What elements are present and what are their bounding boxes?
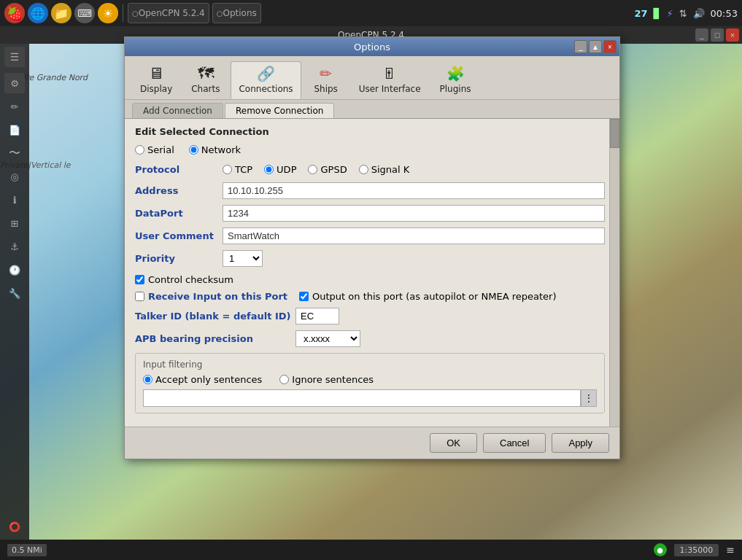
gpsd-radio-input[interactable] bbox=[308, 165, 317, 174]
receive-input-checkbox[interactable] bbox=[135, 292, 144, 301]
dialog-restore-button[interactable]: ▲ bbox=[589, 40, 602, 53]
wifi-strength: 27 bbox=[634, 8, 647, 19]
signalk-label: Signal K bbox=[371, 164, 410, 175]
filter-ignore[interactable]: Ignore sentences bbox=[279, 374, 374, 385]
network-radio-input[interactable] bbox=[189, 145, 198, 155]
protocol-row: Protocol TCP UDP GPSD bbox=[135, 164, 605, 175]
ships-icon: ✏ bbox=[320, 65, 332, 82]
cancel-button[interactable]: Cancel bbox=[483, 433, 546, 453]
opencpn-taskbar-icon[interactable]: ○ OpenCPN 5.2.4 bbox=[128, 3, 209, 23]
volume-icon: 🔊 bbox=[693, 8, 705, 19]
subtab-add-label: Add Connection bbox=[143, 106, 212, 116]
subtab-remove-connection[interactable]: Remove Connection bbox=[225, 103, 334, 118]
dialog-close-button[interactable]: × bbox=[603, 40, 617, 53]
proto-udp[interactable]: UDP bbox=[264, 164, 296, 175]
receive-input-item[interactable]: Receive Input on this Port bbox=[135, 291, 287, 302]
scrollbar-thumb[interactable] bbox=[610, 119, 619, 148]
raspberry-icon[interactable]: 🍓 bbox=[4, 3, 25, 23]
close-button[interactable]: × bbox=[726, 28, 739, 42]
signalk-radio-input[interactable] bbox=[359, 165, 368, 174]
sidebar-pencil-icon[interactable]: ✏ bbox=[4, 96, 25, 117]
sidebar-layers-icon[interactable]: ⊞ bbox=[4, 213, 25, 233]
apply-button[interactable]: Apply bbox=[552, 433, 609, 453]
subtabs-bar: Add Connection Remove Connection bbox=[125, 100, 619, 119]
dialog-title-controls: _ ▲ × bbox=[574, 40, 617, 53]
gpsd-label: GPSD bbox=[320, 164, 347, 175]
user-comment-input[interactable] bbox=[223, 228, 605, 244]
menu-icon[interactable]: ≡ bbox=[726, 544, 735, 556]
tab-connections[interactable]: 🔗 Connections bbox=[231, 61, 301, 99]
proto-gpsd[interactable]: GPSD bbox=[308, 164, 347, 175]
dataport-row: DataPort bbox=[135, 205, 605, 222]
dialog-footer: OK Cancel Apply bbox=[125, 427, 619, 459]
output-port-item[interactable]: Output on this port (as autopilot or NME… bbox=[299, 291, 557, 302]
maximize-button[interactable]: □ bbox=[711, 28, 724, 42]
dataport-input[interactable] bbox=[223, 205, 605, 222]
apb-label: APB bearing precision bbox=[135, 333, 295, 344]
zoom-level: 0.5 NMi bbox=[7, 544, 47, 556]
ok-button[interactable]: OK bbox=[430, 433, 477, 453]
sidebar-anchor-icon[interactable]: ⚓ bbox=[4, 236, 25, 257]
bluetooth-icon: ⚡ bbox=[666, 8, 673, 19]
scale-display: 1:35000 bbox=[674, 544, 719, 556]
taskbar: 🍓 🌐 📁 ⌨ ☀ ○ OpenCPN 5.2.4 ○ Options 27 ▊… bbox=[0, 0, 742, 26]
globe-icon[interactable]: 🌐 bbox=[28, 3, 48, 23]
dialog-minimize-button[interactable]: _ bbox=[574, 40, 587, 53]
radio-network[interactable]: Network bbox=[189, 144, 241, 155]
tab-connections-label: Connections bbox=[239, 84, 293, 94]
protocol-label: Protocol bbox=[135, 164, 223, 175]
sidebar-settings-icon[interactable]: ⚙ bbox=[4, 73, 25, 93]
tab-user-interface[interactable]: 🎚 User Interface bbox=[351, 61, 429, 99]
talker-input[interactable] bbox=[295, 308, 339, 324]
accept-radio-input[interactable] bbox=[143, 375, 152, 384]
tab-charts-label: Charts bbox=[191, 84, 220, 94]
sidebar-info-icon[interactable]: ℹ bbox=[4, 190, 25, 210]
control-checksum-item[interactable]: Control checksum bbox=[135, 274, 233, 285]
clock: 00:53 bbox=[711, 8, 738, 19]
sidebar-squiggle-icon[interactable]: 〜 bbox=[4, 143, 25, 163]
tab-display[interactable]: 🖥 Display bbox=[132, 61, 180, 99]
output-port-label: Output on this port (as autopilot or NME… bbox=[312, 291, 557, 302]
folder-icon[interactable]: 📁 bbox=[51, 3, 72, 23]
ignore-radio-input[interactable] bbox=[279, 375, 289, 384]
connection-type-group: Serial Network bbox=[135, 144, 605, 155]
keyboard-icon[interactable]: ⌨ bbox=[74, 3, 95, 23]
tcp-radio-input[interactable] bbox=[223, 165, 232, 174]
sidebar: ☰ ⚙ ✏ 📄 〜 ◎ ℹ ⊞ ⚓ 🕐 🔧 ⭕ bbox=[0, 44, 29, 540]
tab-plugins-label: Plugins bbox=[440, 84, 471, 94]
address-input[interactable] bbox=[223, 182, 605, 199]
options-dialog: Options _ ▲ × 🖥 Display 🗺 Charts 🔗 Conne… bbox=[124, 36, 620, 459]
apb-row: APB bearing precision x x.x x.xx x.xxx x… bbox=[135, 330, 605, 347]
content-scrollbar[interactable] bbox=[609, 119, 619, 427]
minimize-button[interactable]: _ bbox=[695, 28, 708, 42]
sidebar-clock-icon[interactable]: 🕐 bbox=[4, 260, 25, 280]
filter-accept[interactable]: Accept only sentences bbox=[143, 374, 262, 385]
checksum-row: Control checksum bbox=[135, 274, 605, 285]
proto-signalk[interactable]: Signal K bbox=[359, 164, 410, 175]
serial-radio-input[interactable] bbox=[135, 145, 144, 155]
radio-serial[interactable]: Serial bbox=[135, 144, 174, 155]
sidebar-menu-icon[interactable]: ☰ bbox=[4, 47, 25, 67]
proto-tcp[interactable]: TCP bbox=[223, 164, 252, 175]
subtab-add-connection[interactable]: Add Connection bbox=[132, 103, 223, 118]
sidebar-page-icon[interactable]: 📄 bbox=[4, 120, 25, 140]
sidebar-target-icon[interactable]: ◎ bbox=[4, 166, 25, 187]
filter-text-input[interactable] bbox=[143, 389, 581, 407]
talker-row: Talker ID (blank = default ID) bbox=[135, 308, 605, 324]
tab-charts[interactable]: 🗺 Charts bbox=[183, 61, 228, 99]
tab-plugins[interactable]: 🧩 Plugins bbox=[432, 61, 479, 99]
control-checksum-checkbox[interactable] bbox=[135, 275, 144, 284]
protocol-options: TCP UDP GPSD Signal K bbox=[223, 164, 409, 175]
sidebar-wrench-icon[interactable]: 🔧 bbox=[4, 283, 25, 303]
udp-radio-input[interactable] bbox=[264, 165, 274, 174]
apb-select[interactable]: x x.x x.xx x.xxx x.xxxx bbox=[295, 330, 360, 347]
filter-list-button[interactable]: ⋮ bbox=[581, 389, 597, 407]
receive-input-label: Receive Input on this Port bbox=[148, 291, 287, 302]
output-port-checkbox[interactable] bbox=[299, 292, 309, 301]
priority-select[interactable]: 0 1 2 3 4 5 bbox=[223, 250, 263, 267]
sidebar-life-icon[interactable]: ⭕ bbox=[4, 516, 25, 537]
sun-icon[interactable]: ☀ bbox=[98, 3, 118, 23]
tab-ships[interactable]: ✏ Ships bbox=[304, 61, 348, 99]
io-row: Receive Input on this Port Output on thi… bbox=[135, 291, 605, 302]
options-taskbar-icon[interactable]: ○ Options bbox=[212, 3, 261, 23]
